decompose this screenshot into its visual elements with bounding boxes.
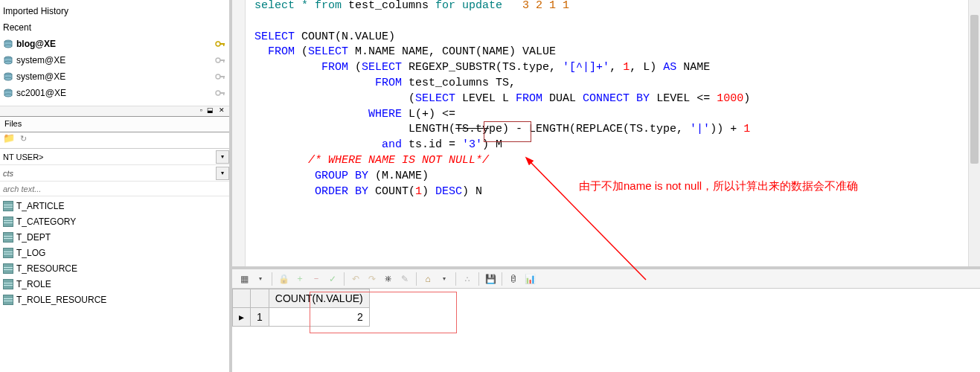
- table-list: T_ARTICLE T_CATEGORY T_DEPT T_LOG T_RESO…: [0, 196, 229, 372]
- imported-history-label: Imported History: [3, 6, 226, 16]
- connection-label: system@XE: [16, 71, 214, 82]
- files-toolbar: 📁 ↻: [0, 132, 229, 149]
- chart-button[interactable]: 📊: [522, 272, 537, 286]
- connection-system-2[interactable]: system@XE: [0, 68, 228, 85]
- table-label: T_ARTICLE: [16, 201, 64, 211]
- table-icon: [3, 279, 13, 289]
- key-icon: [214, 54, 226, 66]
- key-icon: [214, 71, 226, 83]
- grid-button[interactable]: ▦: [237, 272, 252, 286]
- save-button[interactable]: 💾: [483, 272, 498, 286]
- table-row[interactable]: ▸ 1 2: [233, 308, 370, 327]
- scrollbar[interactable]: [968, 0, 980, 269]
- table-item[interactable]: T_ROLE_RESOURCE: [0, 292, 229, 307]
- table-icon: [3, 201, 13, 211]
- table-icon: [3, 263, 13, 274]
- left-panel: Imported History Recent blog@XE system@X…: [0, 0, 232, 372]
- search-input[interactable]: [0, 182, 229, 196]
- corner-cell[interactable]: [233, 289, 251, 308]
- refresh-icon[interactable]: ↻: [20, 134, 27, 143]
- table-item[interactable]: T_ROLE: [0, 276, 229, 292]
- folder-icon[interactable]: 📁: [3, 132, 15, 144]
- object-type-selector[interactable]: ▾: [0, 165, 229, 182]
- table-item[interactable]: T_ARTICLE: [0, 198, 229, 214]
- right-pane: select * from test_columns for update 3 …: [232, 0, 980, 372]
- connection-label: blog@XE: [16, 39, 214, 49]
- db-button[interactable]: 🛢: [506, 272, 521, 286]
- key-icon: [214, 87, 226, 99]
- db-icon: [3, 71, 13, 82]
- db-icon: [3, 39, 13, 49]
- dock-controls[interactable]: ▫ ⬓ ✕: [0, 106, 229, 116]
- sql-gutter: [232, 0, 246, 266]
- sql-editor[interactable]: select * from test_columns for update 3 …: [232, 0, 980, 269]
- table-item[interactable]: T_DEPT: [0, 229, 229, 245]
- table-icon: [3, 232, 13, 243]
- key-icon: [214, 38, 226, 50]
- connection-blog[interactable]: blog@XE: [0, 36, 228, 52]
- user-input[interactable]: [0, 149, 216, 164]
- home-button[interactable]: ⌂: [420, 272, 435, 286]
- connection-label: system@XE: [16, 55, 214, 65]
- table-item[interactable]: T_CATEGORY: [0, 214, 229, 229]
- table-icon: [3, 248, 13, 258]
- row-marker[interactable]: ▸: [233, 308, 251, 327]
- funnel-button[interactable]: ⛬: [460, 272, 475, 286]
- svg-rect-23: [223, 92, 225, 95]
- recent-group[interactable]: Recent: [0, 19, 228, 36]
- edit-button[interactable]: ✎: [397, 272, 412, 286]
- redo-button[interactable]: ↶: [365, 272, 379, 286]
- row-number: 1: [251, 308, 269, 327]
- table-label: T_ROLE_RESOURCE: [16, 295, 106, 305]
- imported-history[interactable]: Imported History: [0, 3, 228, 19]
- user-dropdown-button[interactable]: ▾: [216, 150, 229, 164]
- commit-button[interactable]: ✓: [325, 272, 340, 286]
- lock-button[interactable]: 🔒: [276, 272, 291, 286]
- filter-dropdown-button[interactable]: ▾: [216, 167, 229, 180]
- table-icon: [3, 217, 13, 227]
- cell-value[interactable]: 2: [269, 308, 369, 327]
- svg-rect-17: [223, 76, 225, 79]
- find-button[interactable]: ⛯: [381, 272, 396, 286]
- user-selector[interactable]: ▾: [0, 149, 229, 165]
- corner-cell[interactable]: [251, 289, 269, 308]
- dd-button-2[interactable]: ▾: [437, 272, 452, 286]
- recent-label: Recent: [3, 22, 226, 33]
- history-section: Imported History Recent blog@XE system@X…: [0, 0, 229, 104]
- column-header[interactable]: COUNT(N.VALUE): [269, 289, 369, 308]
- filter-input[interactable]: [0, 165, 216, 181]
- db-icon: [3, 88, 13, 98]
- table-item[interactable]: T_LOG: [0, 245, 229, 260]
- result-grid: COUNT(N.VALUE) ▸ 1 2: [232, 289, 980, 327]
- undo-button[interactable]: ↶: [348, 272, 363, 286]
- result-toolbar: ▦ ▾ 🔒 ＋ － ✓ ↶ ↶ ⛯ ✎ ⌂ ▾ ⛬ 💾 🛢 📊: [232, 269, 980, 289]
- search-row[interactable]: [0, 182, 229, 196]
- result-table[interactable]: COUNT(N.VALUE) ▸ 1 2: [232, 289, 370, 327]
- connection-sc2001[interactable]: sc2001@XE: [0, 85, 228, 101]
- db-icon: [3, 55, 13, 65]
- table-item[interactable]: T_RESOURCE: [0, 260, 229, 276]
- svg-point-2: [4, 45, 12, 48]
- sql-code[interactable]: select * from test_columns for update 3 …: [246, 0, 980, 199]
- table-label: T_RESOURCE: [16, 263, 77, 274]
- table-label: T_DEPT: [16, 232, 51, 243]
- svg-rect-11: [223, 60, 225, 62]
- table-icon: [3, 295, 13, 305]
- table-label: T_ROLE: [16, 279, 51, 289]
- svg-point-14: [4, 77, 12, 80]
- files-tab[interactable]: Files: [0, 116, 229, 132]
- connection-label: sc2001@XE: [16, 88, 214, 98]
- table-label: T_CATEGORY: [16, 217, 76, 227]
- svg-point-8: [4, 61, 12, 64]
- connection-system-1[interactable]: system@XE: [0, 52, 228, 68]
- delete-row-button[interactable]: －: [309, 272, 324, 286]
- svg-rect-5: [223, 43, 225, 46]
- add-row-button[interactable]: ＋: [292, 272, 307, 286]
- dd-button[interactable]: ▾: [253, 272, 268, 286]
- table-label: T_LOG: [16, 248, 45, 258]
- svg-point-20: [4, 94, 12, 97]
